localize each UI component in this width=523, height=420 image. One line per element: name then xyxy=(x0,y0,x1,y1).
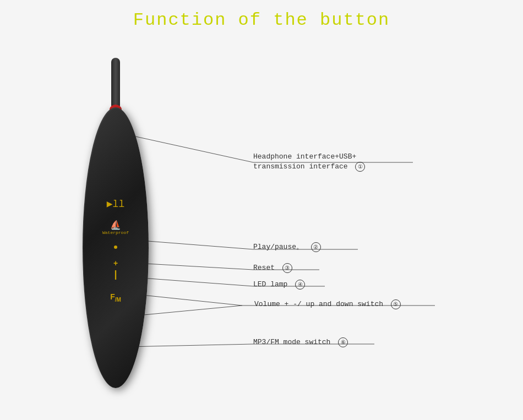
fm-button: F/M xyxy=(110,292,121,303)
label-headphone: Headphone interface+USB+ transmission in… xyxy=(253,151,365,172)
volume-minus-button: | xyxy=(114,272,117,277)
main-diagram: ▶ll ⛵ Waterproof + | F/M Headphone inter… xyxy=(0,36,523,416)
num-6: ⑥ xyxy=(338,337,348,347)
num-1: ① xyxy=(355,162,365,172)
antenna xyxy=(111,58,120,107)
num-2: ② xyxy=(311,242,321,252)
device: ▶ll ⛵ Waterproof + | F/M xyxy=(72,58,160,399)
play-pause-button: ▶ll xyxy=(107,198,124,210)
label-volume: Volume + -/ up and down switch ⑤ xyxy=(254,299,401,309)
label-mp3fm: MP3/FM mode switch ⑥ xyxy=(253,337,348,347)
device-body: ▶ll ⛵ Waterproof + | F/M xyxy=(83,107,149,388)
label-led: LED lamp ④ xyxy=(253,279,305,290)
num-3: ③ xyxy=(282,263,292,273)
num-5: ⑤ xyxy=(391,299,401,309)
led-indicator xyxy=(114,246,117,249)
waterproof-symbol: ⛵ Waterproof xyxy=(102,220,129,236)
num-4: ④ xyxy=(295,280,305,290)
device-buttons: ▶ll ⛵ Waterproof + | F/M xyxy=(102,198,129,303)
volume-plus-button: + xyxy=(113,259,118,268)
label-play: Play/pause。 ② xyxy=(253,242,321,252)
label-reset: Reset ③ xyxy=(253,263,292,273)
page-title: Function of the button xyxy=(0,0,523,36)
